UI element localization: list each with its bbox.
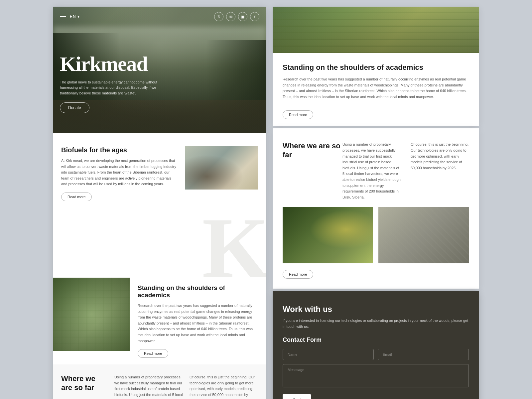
nav-left: EN ▾ — [60, 14, 80, 19]
where-right-title-col: Where we are so far — [283, 142, 342, 200]
nav-bar: EN ▾ 𝕏 ✉ ▣ f — [53, 7, 266, 27]
where-title-col: Where we are so far — [61, 374, 108, 392]
biofuels-image-inner — [185, 146, 258, 190]
email-icon[interactable]: ✉ — [226, 12, 235, 21]
where-right-cols: Using a number of proprietary processes,… — [342, 142, 469, 200]
deco-k-section: K — [53, 211, 266, 278]
instagram-icon[interactable]: ▣ — [238, 12, 247, 21]
aerial-image-inner — [53, 278, 130, 351]
contact-desc: If you are interested in licencing our t… — [283, 318, 469, 330]
where-section-left: Where we are so far Using a number of pr… — [53, 364, 266, 399]
contact-title: Work with us — [283, 305, 469, 314]
landscape-image-1 — [283, 207, 373, 263]
message-textarea[interactable] — [283, 364, 469, 387]
standing-section-right: Standing on the shoulders of academics R… — [273, 53, 479, 126]
biofuels-section: Biofuels for the ages At Kirk mead, we a… — [53, 133, 266, 211]
biofuels-text: Biofuels for the ages At Kirk mead, we a… — [61, 146, 178, 201]
right-top-section: Standing on the shoulders of academics R… — [273, 7, 479, 126]
left-panel: EN ▾ 𝕏 ✉ ▣ f Kirkmead The global move to… — [53, 7, 266, 399]
biofuels-body: At Kirk mead, we are developing the next… — [61, 158, 178, 187]
where-read-more-button[interactable]: Read more — [283, 270, 313, 279]
hero-title: Kirkmead — [60, 54, 259, 74]
donate-button[interactable]: Donate — [60, 102, 89, 113]
deco-k-letter: K — [202, 211, 266, 278]
where-right-col2: Of course, this is just the beginning. O… — [411, 142, 469, 200]
facebook-icon[interactable]: f — [250, 12, 259, 21]
hero-section: EN ▾ 𝕏 ✉ ▣ f Kirkmead The global move to… — [53, 7, 266, 133]
academics-read-more-button[interactable]: Read more — [138, 349, 168, 358]
biofuels-image — [185, 146, 258, 190]
where-col2: Of course, this is just the beginning. O… — [190, 374, 258, 399]
twitter-icon[interactable]: 𝕏 — [214, 12, 223, 21]
academics-body: Research over the past two years has sug… — [138, 303, 258, 344]
where-right-title: Where we are so far — [283, 142, 342, 159]
where-right-section: Where we are so far Using a number of pr… — [273, 128, 479, 289]
where-cols: Using a number of proprietary processes,… — [114, 374, 258, 399]
language-selector[interactable]: EN ▾ — [70, 14, 80, 19]
social-icons-group: 𝕏 ✉ ▣ f — [214, 12, 259, 21]
right-panel: Standing on the shoulders of academics R… — [273, 7, 479, 399]
top-image-right — [273, 7, 479, 53]
top-image-inner — [273, 7, 479, 53]
aerial-image — [53, 278, 130, 351]
academics-section: Standing on the shoulders of academics R… — [130, 278, 266, 364]
landscape-image-1-inner — [283, 207, 373, 263]
hamburger-menu[interactable] — [60, 15, 66, 19]
submit-button[interactable]: Sent — [283, 394, 311, 399]
biofuels-title: Biofuels for the ages — [61, 146, 178, 154]
hero-subtitle: The global move to sustainable energy ca… — [60, 79, 160, 96]
where-text-cols: Using a number of proprietary processes,… — [114, 374, 258, 399]
standing-body-right: Research over the past two years has sug… — [283, 76, 469, 100]
where-images-row — [283, 207, 469, 263]
email-input[interactable] — [378, 349, 469, 360]
hero-content: Kirkmead The global move to sustainable … — [60, 54, 259, 113]
academics-title: Standing on the shoulders of academics — [138, 284, 258, 299]
contact-form-title: Contact Form — [283, 336, 469, 343]
biofuels-read-more-button[interactable]: Read more — [61, 193, 92, 201]
where-title: Where we are so far — [61, 374, 108, 392]
where-content: Where we are so far Using a number of pr… — [61, 374, 258, 399]
landscape-image-2 — [378, 207, 469, 263]
academics-row: Standing on the shoulders of academics R… — [53, 278, 266, 364]
where-right-header: Where we are so far Using a number of pr… — [283, 142, 469, 200]
name-input[interactable] — [283, 349, 374, 360]
where-col1: Using a number of proprietary processes,… — [114, 374, 183, 399]
form-name-email-row — [283, 349, 469, 360]
where-right-col1: Using a number of proprietary processes,… — [342, 142, 401, 200]
standing-title-right: Standing on the shoulders of academics — [283, 63, 469, 72]
standing-read-more-button[interactable]: Read more — [283, 110, 313, 119]
contact-section: Work with us If you are interested in li… — [273, 291, 479, 399]
landscape-image-2-inner — [378, 207, 469, 263]
